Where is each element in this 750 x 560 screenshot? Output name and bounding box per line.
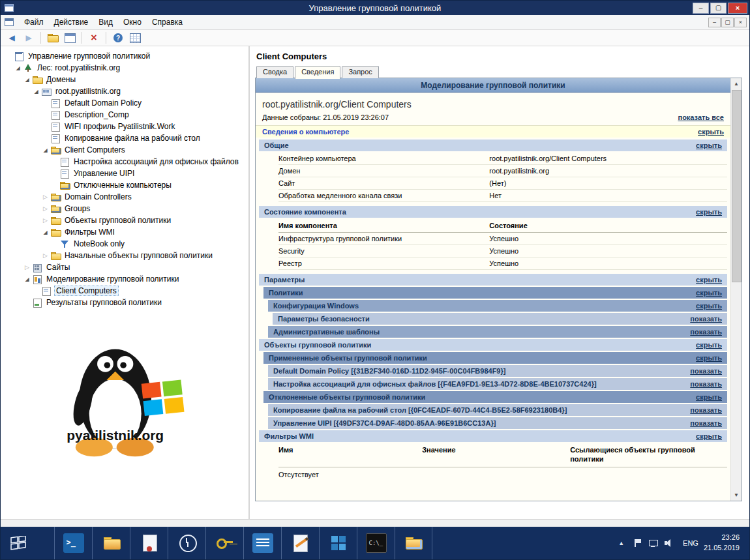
tree-item[interactable]: Default Domain Policy <box>1 97 248 109</box>
tree-item[interactable]: WIFI профиль Pyatilistnik.Work <box>1 121 248 132</box>
tree-item[interactable]: Копирование файла на рабочий стол <box>1 132 248 144</box>
tree-item[interactable]: Description_Comp <box>1 109 248 121</box>
wmi-refs-header: Ссылающиеся объекты групповой политики <box>570 446 727 464</box>
tree-item[interactable]: ◢Client Computers <box>1 144 248 156</box>
tree-expanded-arrow[interactable]: ◢ <box>41 229 50 235</box>
taskbar-cmd-button[interactable] <box>357 527 395 559</box>
tree-collapsed-arrow[interactable]: ▷ <box>41 194 50 200</box>
tab-0[interactable]: Сводка <box>256 66 293 78</box>
tree-item[interactable]: ◢Моделирование групповой политики <box>1 273 248 285</box>
taskbar-documents-button[interactable] <box>395 527 432 559</box>
tree-item[interactable]: Управление групповой политикой <box>1 50 248 62</box>
tree-item[interactable]: Результаты групповой политики <box>1 297 248 308</box>
tree-expanded-arrow[interactable]: ◢ <box>23 77 31 83</box>
tree-item[interactable]: ▷Объекты групповой политики <box>1 214 248 226</box>
menu-3[interactable]: Окно <box>118 16 147 29</box>
tree-item[interactable]: ▷Сайты <box>1 261 248 273</box>
toolbar-separator <box>40 32 41 44</box>
menu-1[interactable]: Действие <box>49 16 94 29</box>
close-button[interactable]: × <box>728 3 747 14</box>
tree-item[interactable]: Client Computers <box>1 285 248 297</box>
tree-item[interactable]: Управление UIPI <box>1 168 248 179</box>
clock[interactable]: 23:26 21.05.2019 <box>704 533 740 553</box>
tree-item[interactable]: Настройка ассоциаций для офисных файлов <box>1 156 248 168</box>
hide-link[interactable]: скрыть <box>696 276 722 284</box>
delete-icon[interactable] <box>87 31 101 44</box>
minimize-button[interactable]: – <box>693 3 709 14</box>
tree-collapsed-arrow[interactable]: ▷ <box>23 264 31 271</box>
tree-item[interactable]: ▷Начальные объекты групповой политики <box>1 250 248 261</box>
scroll-up-arrow[interactable]: ▲ <box>731 78 742 89</box>
taskbar-clock-button[interactable] <box>168 527 205 559</box>
tree-item[interactable]: NoteBook only <box>1 238 248 250</box>
tree-expanded-arrow[interactable]: ◢ <box>23 276 31 282</box>
taskbar-app-button[interactable] <box>319 527 357 559</box>
tree-expanded-arrow[interactable]: ◢ <box>32 89 40 95</box>
menu-2[interactable]: Вид <box>93 16 118 29</box>
folder-icon[interactable] <box>46 31 60 44</box>
start-button[interactable] <box>1 527 36 559</box>
penguin-logo-image: pyatilistnik.org <box>53 329 196 460</box>
hide-link[interactable]: скрыть <box>696 289 722 297</box>
grid-icon[interactable] <box>128 31 142 44</box>
forward-icon[interactable] <box>22 31 36 44</box>
show-link[interactable]: показать <box>690 367 722 375</box>
menu-4[interactable]: Справка <box>147 16 188 29</box>
show-link[interactable]: показать <box>690 419 722 427</box>
scroll-down-arrow[interactable]: ▼ <box>731 490 742 501</box>
hide-link[interactable]: скрыть <box>696 341 722 349</box>
section-component-status-title: Состояние компонента <box>264 208 346 216</box>
tree-collapsed-arrow[interactable]: ▷ <box>41 205 50 212</box>
tree-item[interactable]: Отключенные компьютеры <box>1 179 248 191</box>
hide-link[interactable]: скрыть <box>698 128 724 136</box>
component-status-table: Имя компонента Состояние Инфраструктура … <box>259 219 727 270</box>
tree-expanded-arrow[interactable]: ◢ <box>14 65 22 71</box>
taskbar-editor-button[interactable] <box>281 527 319 559</box>
report-scrollbar[interactable]: ▲ ▼ <box>730 78 742 501</box>
flag-tray-icon[interactable] <box>632 538 642 548</box>
tree-item[interactable]: ◢root.pyatilistnik.org <box>1 85 248 97</box>
tree-item-label: Groups <box>63 203 91 214</box>
volume-tray-icon[interactable] <box>663 538 674 548</box>
hide-link[interactable]: скрыть <box>696 141 722 149</box>
menu-0[interactable]: Файл <box>19 16 49 29</box>
window-icon[interactable] <box>63 31 77 44</box>
show-link[interactable]: показать <box>690 315 722 323</box>
taskbar-tools-button[interactable] <box>205 527 243 559</box>
tree-collapsed-arrow[interactable]: ▷ <box>41 252 50 259</box>
taskbar-powershell-ise-button[interactable] <box>243 527 281 559</box>
tree-collapsed-arrow[interactable]: ▷ <box>41 217 50 224</box>
back-icon[interactable] <box>5 31 19 44</box>
tab-2[interactable]: Запрос <box>342 66 378 78</box>
hide-link[interactable]: скрыть <box>696 302 722 310</box>
language-indicator[interactable]: ENG <box>683 539 698 547</box>
show-link[interactable]: показать <box>690 406 722 414</box>
mdi-minimize-button[interactable]: – <box>708 18 721 27</box>
show-all-link[interactable]: показать все <box>678 113 725 121</box>
restore-button[interactable]: ▢ <box>710 3 727 14</box>
tree-expanded-arrow[interactable]: ◢ <box>41 147 50 153</box>
tools-icon <box>215 533 235 553</box>
mdi-close-button[interactable]: × <box>734 18 747 27</box>
network-tray-icon[interactable] <box>648 538 658 548</box>
mdi-restore-button[interactable]: ▢ <box>721 18 734 27</box>
taskbar-certificate-button[interactable] <box>130 527 168 559</box>
taskbar-powershell-button[interactable] <box>54 527 92 559</box>
scrollbar-thumb[interactable] <box>732 90 742 282</box>
hide-link[interactable]: скрыть <box>696 393 722 401</box>
show-link[interactable]: показать <box>690 380 722 388</box>
tree-item[interactable]: ◢Фильтры WMI <box>1 226 248 238</box>
hide-link[interactable]: скрыть <box>696 432 722 440</box>
show-link[interactable]: показать <box>690 328 722 336</box>
hide-link[interactable]: скрыть <box>696 208 722 216</box>
tree-item[interactable]: ◢Домены <box>1 74 248 85</box>
help-icon[interactable] <box>111 31 125 44</box>
hidden-icons-arrow[interactable]: ▲ <box>613 540 629 546</box>
component-status: Успешно <box>489 247 727 255</box>
tab-1[interactable]: Сведения <box>295 66 340 79</box>
tree-item[interactable]: ▷Groups <box>1 203 248 214</box>
tree-item[interactable]: ▷Domain Controllers <box>1 191 248 203</box>
taskbar-explorer-button[interactable] <box>92 527 130 559</box>
tree-item[interactable]: ◢Лес: root.pyatilistnik.org <box>1 62 248 74</box>
hide-link[interactable]: скрыть <box>696 354 722 362</box>
